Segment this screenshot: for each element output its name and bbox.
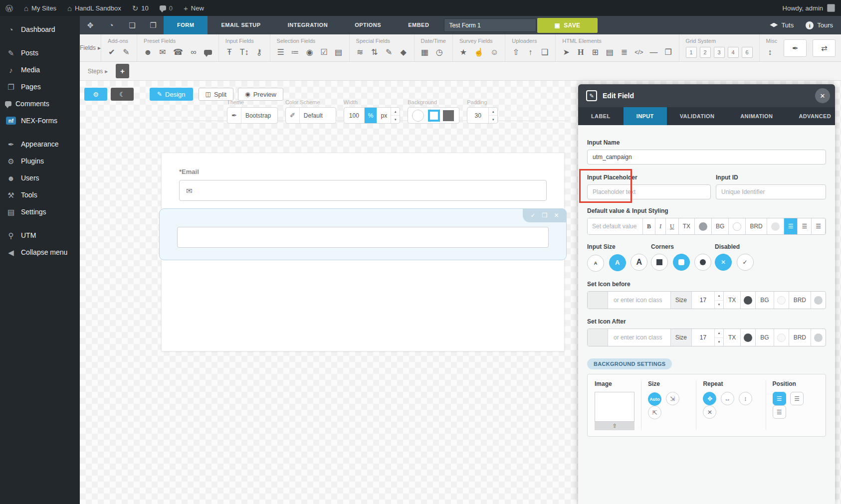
avatar[interactable] [827, 4, 835, 12]
key-icon[interactable]: ⚷ [255, 48, 263, 56]
tab-label[interactable]: LABEL [578, 107, 624, 125]
tab-form[interactable]: FORM [164, 16, 208, 34]
calendar-icon[interactable]: ▦ [421, 48, 429, 56]
shuffle-icon[interactable]: ⇄ [813, 39, 836, 57]
icon-before-preview[interactable] [588, 292, 608, 309]
icon-before-brd-swatch[interactable] [811, 292, 826, 309]
bg-repeat-x-button[interactable]: ↔ [721, 392, 734, 405]
grid-3-button[interactable]: 3 [714, 47, 725, 58]
selected-field-wrapper[interactable]: ✓ ❐ ✕ [159, 208, 567, 260]
divider-icon[interactable]: — [650, 48, 658, 56]
site-menu[interactable]: ⌂HandL Sandbox [62, 0, 127, 16]
icon-before-bg-swatch[interactable] [774, 292, 789, 309]
disabled-on-button[interactable]: ✓ [737, 254, 754, 271]
bg-position-center-button[interactable]: ☰ [790, 392, 804, 405]
color-scheme-select[interactable] [300, 112, 336, 119]
checklist-icon[interactable]: ≔ [291, 48, 299, 56]
padding-value[interactable]: 30 [467, 108, 488, 123]
updown-select-icon[interactable]: ⇅ [371, 48, 379, 56]
align-right-button[interactable]: ☰ [811, 218, 825, 234]
input-size-large-button[interactable]: A [631, 254, 647, 271]
menu-lines-icon[interactable]: ≣ [620, 48, 628, 56]
icon-after-brd-swatch[interactable] [811, 329, 826, 346]
tuts-button[interactable]: Tuts [770, 21, 794, 29]
icon-after-size-stepper[interactable]: ▲▼ [714, 329, 723, 346]
sidebar-item-dashboard[interactable]: ◔Dashboard [0, 21, 80, 38]
new-content-menu[interactable]: +New [178, 0, 210, 16]
sidebar-item-media[interactable]: ♪Media [0, 61, 80, 78]
underline-button[interactable]: U [665, 218, 678, 234]
sliders-icon[interactable]: ≋ [356, 48, 364, 56]
link-icon[interactable]: ∞ [190, 48, 198, 56]
grid-2-button[interactable]: 2 [700, 47, 711, 58]
selected-field-input[interactable] [177, 227, 549, 248]
background-dark-swatch[interactable] [443, 110, 454, 121]
tab-advanced[interactable]: ADVANCED [786, 107, 841, 125]
save-button[interactable]: ▣SAVE [537, 18, 597, 33]
input-size-medium-button[interactable]: A [609, 254, 626, 271]
tab-animation[interactable]: ANIMATION [727, 107, 786, 125]
steps-menu[interactable]: Steps▸ [80, 68, 116, 75]
icon-after-preview[interactable] [588, 329, 608, 346]
input-size-small-button[interactable]: A [587, 255, 604, 272]
grid-4-button[interactable]: 4 [728, 47, 739, 58]
checkbox-icon[interactable]: ☑ [320, 48, 328, 56]
upload-icon[interactable]: ↑ [526, 48, 534, 56]
border-color-swatch[interactable] [767, 218, 784, 234]
sidebar-item-appearance[interactable]: ✒Appearance [0, 136, 80, 153]
updates-menu[interactable]: ↻10 [127, 0, 154, 16]
envelope-icon[interactable]: ✉ [159, 48, 167, 56]
image-select-icon[interactable]: ▤ [335, 48, 343, 56]
sidebar-item-collapse-menu[interactable]: ◀Collapse menu [0, 244, 80, 261]
form-edit-icon[interactable]: ✎ [122, 48, 130, 56]
table-icon[interactable]: ⊞ [591, 48, 599, 56]
bg-image-upload-button[interactable]: ⇧ [595, 422, 634, 430]
sidebar-item-pages[interactable]: ❐Pages [0, 78, 80, 95]
width-value[interactable]: 100 [344, 108, 364, 123]
text-width-icon[interactable]: Ŧ [225, 48, 233, 56]
design-view-button[interactable]: ✎Design [150, 88, 193, 101]
tab-email-setup[interactable]: EMAIL SETUP [208, 16, 274, 34]
sidebar-item-plugins[interactable]: ⚙Plugins [0, 153, 80, 169]
sidebar-item-comments[interactable]: Comments [0, 95, 80, 112]
clock-icon[interactable]: ◷ [435, 48, 443, 56]
default-value-field[interactable] [588, 218, 642, 234]
sidebar-item-posts[interactable]: ✎Posts [0, 44, 80, 61]
width-stepper[interactable]: ▲▼ [391, 108, 400, 123]
tab-input[interactable]: INPUT [624, 107, 667, 125]
phone-icon[interactable]: ☎ [173, 48, 183, 56]
width-unit-percent[interactable]: % [364, 108, 377, 123]
bg-size-contain-button[interactable]: ⇲ [666, 392, 679, 405]
background-square-swatch-selected[interactable] [428, 110, 440, 122]
bg-position-left-button[interactable]: ☰ [773, 392, 786, 405]
fullscreen-icon[interactable]: ✥ [80, 16, 101, 34]
folder-icon[interactable]: ❏ [122, 16, 143, 34]
comments-menu[interactable]: 0 [154, 0, 178, 16]
comment-icon[interactable] [204, 50, 212, 55]
howdy-text[interactable]: Howdy, admin [783, 4, 823, 12]
tag-icon[interactable]: ◆ [400, 48, 408, 56]
text-height-icon[interactable]: T↕ [240, 48, 249, 56]
corners-rounded-button[interactable] [673, 254, 690, 271]
icon-before-size-stepper[interactable]: ▲▼ [714, 292, 723, 309]
user-icon[interactable]: ☻ [144, 48, 152, 56]
sidebar-item-users[interactable]: ☻Users [0, 169, 80, 186]
check-icon[interactable]: ✓ [531, 212, 536, 218]
bg-position-right-button[interactable]: ☰ [773, 405, 786, 419]
file-image-icon[interactable]: ❑ [541, 48, 549, 56]
folder-plus-icon[interactable]: ❐ [143, 16, 164, 34]
close-icon[interactable]: ✕ [815, 88, 830, 103]
pencil-icon[interactable]: ✎ [385, 48, 393, 56]
icon-after-bg-swatch[interactable] [774, 329, 789, 346]
tours-button[interactable]: Tours [806, 21, 833, 29]
gear-icon[interactable]: ⚙ [84, 88, 107, 101]
copy-icon[interactable]: ❐ [542, 212, 548, 218]
align-left-button[interactable]: ☰ [784, 218, 798, 234]
radio-icon[interactable]: ◉ [306, 48, 314, 56]
text-color-swatch[interactable] [694, 218, 711, 234]
window-icon[interactable]: ❐ [664, 48, 672, 56]
smiley-icon[interactable]: ☺ [490, 48, 498, 56]
corners-circle-button[interactable] [694, 254, 711, 271]
style-brush-icon[interactable]: ✒ [784, 39, 807, 57]
grid-6-button[interactable]: 6 [742, 47, 753, 58]
